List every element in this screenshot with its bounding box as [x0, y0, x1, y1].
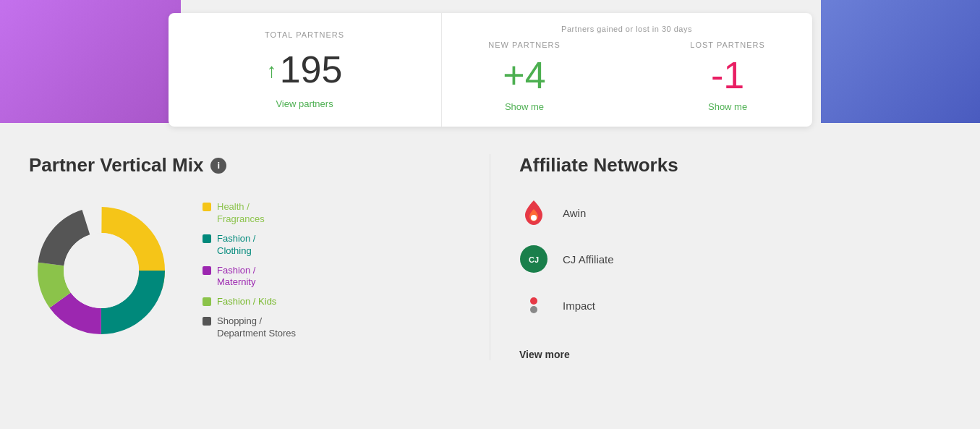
- main-content: TOTAL PARTNERS ↑ 195 View partners Partn…: [0, 13, 980, 375]
- up-arrow-icon: ↑: [267, 59, 277, 82]
- info-icon[interactable]: i: [210, 158, 226, 174]
- partners-change-subtitle: Partners gained or lost in 30 days: [561, 25, 692, 33]
- vertical-mix-title-text: Partner Vertical Mix: [29, 154, 203, 177]
- total-partners-value: 195: [280, 48, 343, 91]
- network-item-impact[interactable]: Impact: [519, 291, 951, 320]
- awin-icon-container: [519, 198, 548, 227]
- cj-logo: CJ: [525, 250, 542, 268]
- impact-label: Impact: [563, 300, 595, 312]
- legend-text-maternity: Fashion /Maternity: [217, 265, 255, 289]
- donut-chart: [29, 198, 174, 343]
- total-partners-number: ↑ 195: [267, 48, 343, 91]
- legend-dot-health: [203, 203, 211, 211]
- awin-label: Awin: [563, 207, 586, 219]
- affiliate-networks-title-text: Affiliate Networks: [519, 154, 678, 177]
- impact-icon-container: [519, 291, 548, 320]
- legend-item-shopping: Shopping /Department Stores: [203, 315, 296, 340]
- awin-icon: [522, 199, 545, 226]
- new-partners-show-me[interactable]: Show me: [505, 101, 544, 112]
- chart-container: Health /Fragrances Fashion /Clothing Fas…: [29, 198, 461, 343]
- bottom-section: Partner Vertical Mix i: [0, 140, 980, 375]
- legend-dot-shopping: [203, 317, 211, 326]
- vertical-mix-panel: Partner Vertical Mix i: [29, 154, 490, 360]
- legend-text-health: Health /Fragrances: [217, 201, 265, 226]
- donut-hole: [64, 233, 139, 308]
- affiliate-networks-panel: Affiliate Networks Awin: [490, 154, 951, 360]
- impact-icon: [530, 297, 537, 313]
- legend-item-kids: Fashion / Kids: [203, 296, 296, 308]
- vertical-mix-title: Partner Vertical Mix i: [29, 154, 461, 177]
- impact-dot-bottom: [530, 306, 537, 313]
- legend-text-clothing: Fashion /Clothing: [217, 233, 255, 258]
- lost-partners-label: LOST PARTNERS: [690, 41, 764, 49]
- stats-card: TOTAL PARTNERS ↑ 195 View partners Partn…: [169, 13, 812, 127]
- impact-dot-top: [530, 297, 537, 305]
- new-partners-value: +4: [503, 54, 545, 97]
- affiliate-networks-title: Affiliate Networks: [519, 154, 951, 177]
- cj-icon: CJ: [520, 245, 547, 273]
- cj-label: CJ Affiliate: [563, 253, 614, 266]
- legend-text-shopping: Shopping /Department Stores: [217, 315, 296, 340]
- legend-item-clothing: Fashion /Clothing: [203, 233, 296, 258]
- legend-text-kids: Fashion / Kids: [217, 296, 276, 308]
- total-partners-panel: TOTAL PARTNERS ↑ 195 View partners: [169, 13, 442, 127]
- network-item-awin[interactable]: Awin: [519, 198, 951, 227]
- legend-dot-maternity: [203, 266, 211, 275]
- legend-item-health: Health /Fragrances: [203, 201, 296, 226]
- total-partners-label: TOTAL PARTNERS: [265, 30, 344, 39]
- new-partners-stat: NEW PARTNERS +4 Show me: [488, 41, 561, 112]
- svg-text:CJ: CJ: [529, 255, 539, 264]
- legend-dot-kids: [203, 297, 211, 306]
- lost-partners-show-me[interactable]: Show me: [708, 101, 747, 112]
- lost-partners-stat: LOST PARTNERS -1 Show me: [690, 41, 764, 112]
- partners-row: NEW PARTNERS +4 Show me LOST PARTNERS -1…: [456, 41, 798, 112]
- network-item-cj[interactable]: CJ CJ Affiliate: [519, 245, 951, 273]
- network-list: Awin CJ CJ Affiliate: [519, 198, 951, 320]
- view-partners-link[interactable]: View partners: [276, 98, 333, 109]
- view-more-link[interactable]: View more: [519, 349, 951, 360]
- lost-partners-value: -1: [711, 54, 744, 97]
- legend: Health /Fragrances Fashion /Clothing Fas…: [203, 201, 296, 340]
- legend-item-maternity: Fashion /Maternity: [203, 265, 296, 289]
- new-partners-label: NEW PARTNERS: [488, 41, 561, 49]
- cj-icon-container: CJ: [519, 245, 548, 273]
- svg-point-0: [531, 215, 537, 221]
- partners-change-panel: Partners gained or lost in 30 days NEW P…: [442, 13, 812, 127]
- legend-dot-clothing: [203, 234, 211, 243]
